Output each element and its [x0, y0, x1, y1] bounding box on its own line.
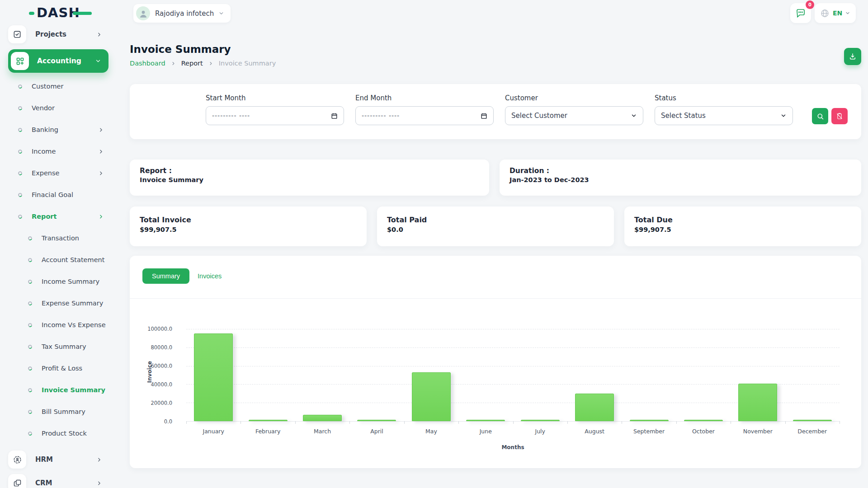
sidebar-bottom: HRM CRM	[8, 448, 108, 488]
axis-tick	[567, 421, 568, 424]
x-axis-tick-label: July	[513, 428, 567, 435]
logo-accent-dash-icon	[73, 12, 92, 15]
breadcrumb-report[interactable]: Report	[181, 60, 203, 67]
chevron-right-icon	[98, 149, 104, 155]
sidebar-item-label: Bill Summary	[42, 408, 85, 415]
duration-card-title: Duration :	[509, 167, 851, 175]
bullet-icon	[28, 322, 33, 328]
download-icon	[849, 52, 857, 61]
total-invoice-value: $99,907.5	[140, 226, 357, 233]
chart-bar-february	[249, 420, 288, 421]
end-month-input[interactable]: --------- ----	[355, 106, 494, 125]
x-axis-title: Months	[186, 444, 840, 450]
sidebar-item-label: HRM	[35, 455, 53, 464]
sidebar-item-label: Tax Summary	[42, 343, 86, 350]
total-invoice-card: Total Invoice $99,907.5	[130, 206, 367, 246]
sidebar-item-finacial-goal[interactable]: Finacial Goal	[8, 184, 108, 206]
start-month-input[interactable]: --------- ----	[206, 106, 344, 125]
x-axis-tick-label: November	[731, 428, 785, 435]
sidebar-item-label: Banking	[32, 126, 58, 133]
sidebar-item-label: Income Summary	[42, 278, 99, 285]
chart-bar-october	[684, 420, 723, 421]
sidebar-item-projects[interactable]: Projects	[8, 25, 108, 44]
sidebar-item-vendor[interactable]: Vendor	[8, 97, 108, 119]
sidebar-item-income-vs-expense[interactable]: Income Vs Expense	[8, 314, 108, 336]
sidebar-item-tax-summary[interactable]: Tax Summary	[8, 336, 108, 357]
sidebar-item-report[interactable]: Report	[8, 206, 108, 227]
y-axis-tick-label: 20000.0	[133, 400, 172, 406]
tab-summary[interactable]: Summary	[142, 268, 189, 284]
gridline	[186, 347, 840, 348]
x-axis-tick-label: September	[622, 428, 676, 435]
chart-bar-april	[357, 420, 396, 421]
sidebar-item-expense-summary[interactable]: Expense Summary	[8, 292, 108, 314]
sidebar-item-invoice-summary[interactable]: Invoice Summary	[8, 379, 108, 401]
y-axis-tick-label: 0.0	[133, 418, 172, 425]
breadcrumb-current: Invoice Summary	[219, 60, 276, 67]
y-axis-tick-label: 40000.0	[133, 381, 172, 388]
chevron-right-icon	[98, 170, 104, 176]
breadcrumb-dashboard[interactable]: Dashboard	[130, 60, 165, 67]
bullet-icon	[18, 214, 23, 219]
x-axis-tick-label: April	[349, 428, 404, 435]
divider	[130, 298, 861, 299]
bullet-icon	[18, 192, 23, 197]
x-axis-tick-label: June	[458, 428, 513, 435]
bullet-icon	[18, 127, 23, 132]
notifications-button[interactable]: 0	[790, 3, 811, 23]
sidebar-item-profit-loss[interactable]: Profit & Loss	[8, 357, 108, 379]
chart-bar-january	[194, 333, 233, 421]
sidebar-item-income[interactable]: Income	[8, 141, 108, 162]
sidebar-item-account-statement[interactable]: Account Statement	[8, 249, 108, 271]
language-code: EN	[833, 9, 842, 17]
sidebar-item-product-stock[interactable]: Product Stock	[8, 422, 108, 444]
end-month-placeholder: --------- ----	[362, 112, 400, 119]
sidebar-item-transaction[interactable]: Transaction	[8, 227, 108, 249]
sidebar-item-crm[interactable]: CRM	[8, 471, 108, 488]
customer-select[interactable]: Select Customer	[505, 106, 643, 125]
app-logo[interactable]: DASH	[29, 6, 92, 19]
sidebar-item-customer[interactable]: Customer	[8, 75, 108, 97]
notification-badge: 0	[806, 0, 814, 9]
company-selector[interactable]: Rajodiya infotech	[133, 4, 231, 23]
sidebar-item-label: Income	[32, 148, 56, 155]
chevron-right-icon	[208, 61, 213, 66]
chart-bar-december	[793, 420, 832, 421]
sidebar-group-accounting[interactable]: Accounting	[8, 49, 108, 73]
status-select-value: Select Status	[661, 112, 706, 120]
sidebar-item-label: Profit & Loss	[42, 365, 82, 372]
sidebar-item-banking[interactable]: Banking	[8, 119, 108, 141]
sidebar-item-hrm[interactable]: HRM	[8, 448, 108, 471]
chart-bar-august	[575, 394, 614, 422]
sidebar-item-label: Expense	[32, 169, 60, 177]
chevron-right-icon	[96, 457, 102, 463]
projects-icon	[8, 25, 26, 43]
download-button[interactable]	[844, 48, 861, 65]
filter-panel: Start Month --------- ---- End Month ---…	[130, 84, 861, 139]
reset-filter-button[interactable]	[831, 108, 848, 124]
tab-invoices[interactable]: Invoices	[198, 272, 222, 280]
bullet-icon	[18, 84, 23, 89]
total-due-card: Total Due $99,907.5	[624, 206, 861, 246]
x-axis-tick-label: March	[295, 428, 349, 435]
bullet-icon	[28, 431, 33, 436]
gridline	[186, 366, 840, 366]
x-axis-tick-label: August	[567, 428, 622, 435]
chart-bar-june	[466, 420, 505, 421]
search-button[interactable]	[812, 108, 828, 124]
logo-accent-dot-icon	[29, 12, 34, 15]
status-label: Status	[655, 94, 793, 102]
sidebar-item-expense[interactable]: Expense	[8, 162, 108, 184]
sidebar-item-income-summary[interactable]: Income Summary	[8, 271, 108, 292]
total-due-label: Total Due	[634, 216, 851, 224]
x-axis-tick-label: May	[404, 428, 458, 435]
calendar-icon[interactable]	[481, 113, 487, 119]
sidebar-item-bill-summary[interactable]: Bill Summary	[8, 401, 108, 422]
language-selector[interactable]: EN	[815, 3, 856, 23]
status-select[interactable]: Select Status	[655, 106, 793, 125]
total-due-value: $99,907.5	[634, 226, 851, 233]
chart-bar-may	[412, 372, 451, 421]
chart-bar-july	[521, 420, 560, 421]
page-title: Invoice Summary	[130, 43, 276, 55]
calendar-icon[interactable]	[331, 113, 338, 119]
